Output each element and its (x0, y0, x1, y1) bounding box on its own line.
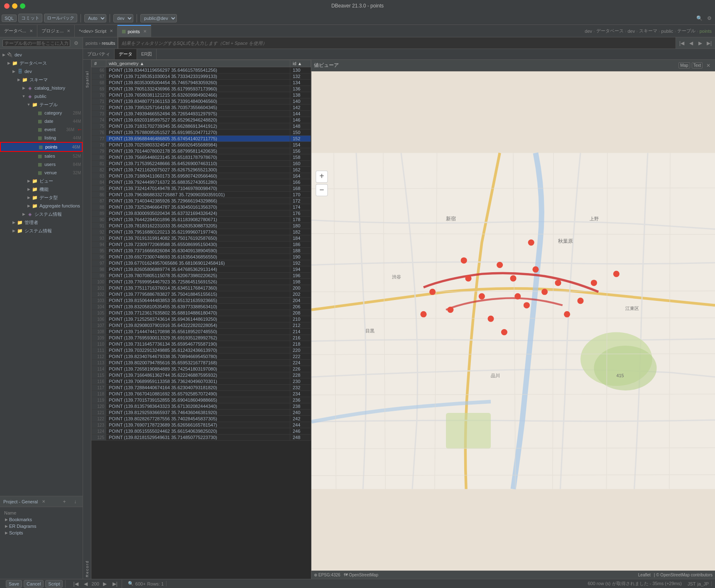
data-table[interactable]: # wkb_geometry ▲ id ▲ 66POINT (139.83443… (91, 60, 311, 579)
table-row[interactable]: 106POINT (139.71252583743614 35.69436144… (92, 316, 311, 322)
sidebar-item-event[interactable]: ▶ ▦ event 36M ← (0, 125, 83, 134)
toolbar-sql-btn[interactable]: SQL (2, 15, 17, 22)
map-tab-map[interactable]: Map (678, 62, 690, 68)
project-bookmarks[interactable]: ▶ Bookmarks (2, 516, 80, 523)
table-row[interactable]: 117POINT (139.72884440674164 35.62304079… (92, 385, 311, 391)
col-header-wkb[interactable]: wkb_geometry ▲ (106, 60, 290, 67)
cancel-button[interactable]: Cancel (24, 580, 44, 588)
nav-prev[interactable]: ◀ (687, 39, 695, 47)
table-row[interactable]: 78POINT (139.70259803324547 35.666926455… (92, 142, 311, 148)
toolbar-rollback-btn[interactable]: ロールバック (44, 14, 77, 22)
table-row[interactable]: 85POINT (139.73241470149478 35.710469780… (92, 185, 311, 192)
table-row[interactable]: 103POINT (139.81506444483853 35.65132163… (92, 298, 311, 304)
table-row[interactable]: 94POINT (139.72309772069588 35.655086995… (92, 242, 311, 248)
sidebar-item-sysinfo[interactable]: ▶ 📁 システム情報 (0, 227, 83, 235)
table-row[interactable]: 122POINT (139.80282677287556 35.74028454… (92, 416, 311, 422)
sidebar-item-public[interactable]: ▼ ◈ public (0, 92, 83, 100)
tab-database[interactable]: データベ... ✕ (0, 25, 37, 37)
table-row[interactable]: 104POINT (139.83205810535455 35.63977338… (92, 304, 311, 310)
tab-points-close[interactable]: ✕ (143, 29, 147, 34)
table-row[interactable]: 73POINT (139.74939466552494 35.726544931… (92, 111, 311, 117)
table-row[interactable]: 107POINT (139.82908037901916 35.64322282… (92, 322, 311, 329)
table-row[interactable]: 84POINT (139.79244499716372 35.688352743… (92, 179, 311, 185)
table-row[interactable]: 69POINT (139.78051332436966 35.617995937… (92, 86, 311, 92)
table-row[interactable]: 70POINT (139.76580381121215 35.632609984… (92, 92, 311, 98)
sidebar-item-catalog[interactable]: ▶ ◈ catalog_history (0, 84, 83, 92)
maximize-button[interactable] (20, 3, 25, 9)
sidebar-item-schema-folder[interactable]: ▶ 📁 スキーマ (0, 76, 83, 84)
table-row[interactable]: 81POINT (139.71753952248666 35.645269007… (92, 161, 311, 167)
results-filter-input[interactable] (118, 37, 676, 49)
table-row[interactable]: 100POINT (139.77699954467923 35.72586451… (92, 279, 311, 285)
schema-dropdown[interactable]: public@dev (140, 14, 177, 22)
save-button[interactable]: Save (6, 580, 22, 588)
stat-first-btn[interactable]: |◀ (71, 580, 80, 588)
table-row[interactable]: 80POINT (139.75665448023145 35.651831787… (92, 154, 311, 161)
col-header-id[interactable]: id ▲ (290, 60, 311, 67)
table-row[interactable]: 79POINT (139.70144078002178 35.687995811… (92, 148, 311, 154)
table-row[interactable]: 76POINT (139.75788095051527 35.691985104… (92, 129, 311, 136)
project-panel-btn2[interactable]: ↓ (71, 498, 79, 506)
table-row[interactable]: 118POINT (139.76670410881692 35.65792585… (92, 391, 311, 397)
tab-properties[interactable]: プロパティ (83, 49, 115, 59)
table-row[interactable]: 110POINT (139.73116457736134 35.65954677… (92, 341, 311, 347)
sidebar-item-type-folder[interactable]: ▶ 📁 データ型 (0, 193, 83, 202)
table-row[interactable]: 66POINT (139.83443119656297 35.646615785… (92, 67, 311, 73)
table-row[interactable]: 105POINT (139.77123617635802 35.68810488… (92, 310, 311, 316)
sidebar-item-aggregate[interactable]: ▶ 📁 Aggregate functions (0, 202, 83, 210)
table-row[interactable]: 115POINT (139.71664861362744 35.62224688… (92, 372, 311, 378)
stat-last-btn[interactable]: ▶| (111, 580, 119, 588)
map-close-btn[interactable]: ✕ (704, 61, 713, 70)
table-row[interactable]: 124POINT (139.80515555024462 35.66154063… (92, 428, 311, 434)
tab-data[interactable]: データ (115, 49, 137, 59)
table-row[interactable]: 99POINT (139.78070805115078 35.620673980… (92, 273, 311, 279)
nav-next[interactable]: ▶ (696, 39, 704, 47)
table-row[interactable]: 125POINT (139.82181529549631 35.71485077… (92, 434, 311, 441)
table-row[interactable]: 108POINT (139.71444744170898 35.65618952… (92, 329, 311, 335)
table-row[interactable]: 92POINT (139.79516880120213 35.621999607… (92, 229, 311, 235)
project-panel-close[interactable]: ✕ (42, 499, 45, 504)
table-row[interactable]: 109POINT (139.77695930013329 35.69193512… (92, 335, 311, 341)
table-row[interactable]: 113POINT (139.80200794785616 35.65953216… (92, 360, 311, 366)
sidebar-item-dev-db[interactable]: ▶ 🗄 dev (0, 67, 83, 76)
sidebar-item-listing[interactable]: ▶ ▦ listing 44M (0, 134, 83, 142)
table-row[interactable]: 119POINT (139.77015739152855 35.69041860… (92, 397, 311, 403)
table-row[interactable]: 121POINT (139.81292593665937 35.74643604… (92, 410, 311, 416)
table-row[interactable]: 82POINT (139.74211620075027 35.626752965… (92, 167, 311, 173)
table-row[interactable]: 93POINT (139.70191319914082 35.750176192… (92, 235, 311, 242)
sidebar-item-dev-conn[interactable]: ▶ 🔌 dev (0, 51, 83, 59)
project-panel-btn1[interactable]: + (60, 498, 69, 506)
toolbar-commit-btn[interactable]: コミット (18, 14, 42, 22)
sidebar-item-databases[interactable]: ▶ 📁 データベース (0, 59, 83, 67)
table-row[interactable]: 72POINT (139.73953257164158 35.703573556… (92, 105, 311, 111)
table-row[interactable]: 89POINT (139.83000935020434 35.637321694… (92, 210, 311, 217)
table-row[interactable]: 101POINT (139.77511716376014 35.63451176… (92, 285, 311, 291)
tab-project-close[interactable]: ✕ (67, 29, 70, 33)
script-button[interactable]: Script (45, 580, 63, 588)
sidebar-item-users[interactable]: ▶ ▦ users 84M (0, 160, 83, 168)
close-button[interactable] (4, 3, 10, 9)
tab-script[interactable]: *<dev> Script ✕ (75, 25, 118, 37)
table-row[interactable]: 68POINT (139.80353005004454 35.746579483… (92, 80, 311, 86)
stat-next-btn[interactable]: ▶ (101, 580, 109, 588)
table-row[interactable]: 88POINT (139.73252846664787 35.630450161… (92, 204, 311, 210)
table-row[interactable]: 91POINT (139.78183162231033 35.662835308… (92, 223, 311, 229)
table-row[interactable]: 102POINT (139.77795886783827 35.75041884… (92, 291, 311, 298)
nav-first[interactable]: |◀ (678, 39, 686, 47)
connection-dropdown[interactable]: Auto (84, 14, 106, 22)
project-er-diagrams[interactable]: ▶ ER Diagrams (2, 523, 80, 529)
minimize-button[interactable] (12, 3, 17, 9)
sidebar-item-view-folder[interactable]: ▶ 📁 ビュー (0, 177, 83, 185)
map-view[interactable]: + − 新宿 秋葉原 渋谷 上野 江東区 目黒 品川 415 (311, 71, 715, 571)
sidebar-item-points[interactable]: ▶ ▦ points 46M (0, 142, 83, 152)
tab-project[interactable]: プロジェ... ✕ (37, 25, 75, 37)
toolbar-search-btn[interactable]: 🔍 (695, 14, 703, 22)
table-row[interactable]: 77POINT (139.69688446486805 35.674541402… (92, 136, 311, 142)
table-row[interactable]: 114POINT (139.72658190884889 35.74254180… (92, 366, 311, 372)
table-row[interactable]: 111POINT (139.70322913249885 35.61243243… (92, 347, 311, 354)
tab-script-close[interactable]: ✕ (110, 29, 113, 33)
table-row[interactable]: 74POINT (139.69203185897527 35.652962946… (92, 117, 311, 123)
table-row[interactable]: 75POINT (139.71831702739345 35.662886913… (92, 123, 311, 129)
sidebar-item-sales[interactable]: ▶ ▦ sales 52M (0, 152, 83, 160)
sidebar-item-category[interactable]: ▶ ▦ category 28M (0, 109, 83, 117)
